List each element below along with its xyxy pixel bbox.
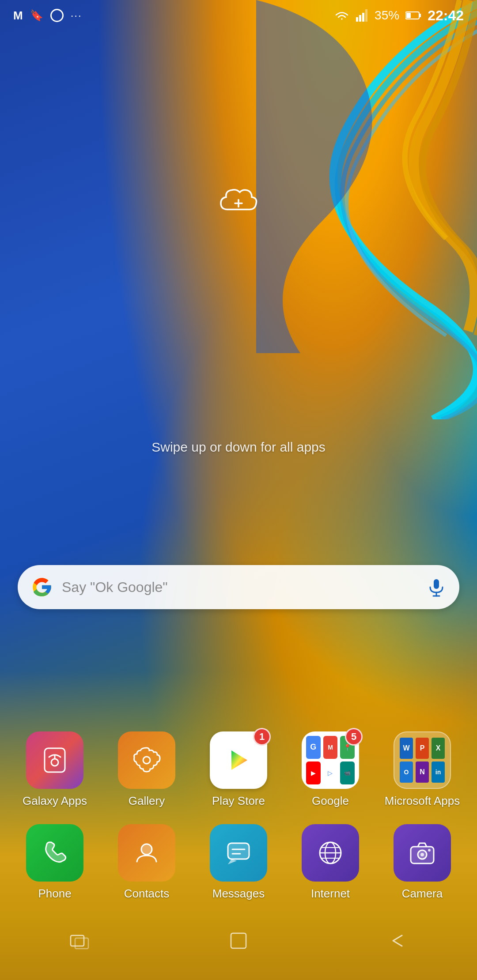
battery-percent: 35% — [375, 8, 399, 23]
phone-svg — [41, 839, 69, 867]
app-google[interactable]: G M 📍 ▶ ▷ 📹 5 Google — [291, 731, 370, 808]
nav-back-button[interactable] — [378, 923, 417, 962]
app-gallery[interactable]: Gallery — [107, 731, 186, 808]
svg-point-15 — [143, 757, 150, 764]
app-microsoft-apps[interactable]: W P X O N in Microsoft Apps — [382, 731, 462, 808]
app-grid: Galaxy Apps Gallery — [0, 731, 477, 812]
camera-icon — [394, 824, 451, 882]
dock-row: Phone Contacts — [9, 824, 468, 901]
signal-icon — [356, 9, 368, 22]
microsoft-apps-label: Microsoft Apps — [385, 794, 460, 808]
messages-label: Messages — [212, 887, 265, 901]
play-store-label: Play Store — [212, 794, 265, 808]
messages-icon-wrapper — [210, 824, 267, 882]
cloud-widget[interactable] — [216, 185, 261, 218]
messages-icon — [210, 824, 267, 882]
play-store-svg — [223, 745, 254, 775]
svg-rect-12 — [45, 748, 65, 772]
google-mini-meet: 📹 — [340, 761, 355, 784]
dock-phone[interactable]: Phone — [15, 824, 95, 901]
dock: Phone Contacts — [0, 824, 477, 905]
ms-word: W — [400, 738, 413, 759]
app-play-store[interactable]: 1 Play Store — [199, 731, 278, 808]
swipe-hint: Swipe up or down for all apps — [0, 440, 477, 455]
google-mini-g: G — [306, 736, 321, 759]
wifi-icon — [334, 9, 350, 22]
svg-rect-31 — [71, 935, 84, 946]
cloud-plus-icon — [216, 185, 261, 216]
play-store-badge: 1 — [253, 728, 271, 746]
phone-icon — [26, 824, 83, 882]
microsoft-folder-icon: W P X O N in — [394, 731, 451, 789]
app-galaxy-apps[interactable]: Galaxy Apps — [15, 731, 95, 808]
search-bar[interactable]: Say "Ok Google" — [18, 565, 459, 609]
mic-icon[interactable] — [427, 577, 446, 597]
recents-icon — [68, 932, 91, 950]
status-left-icons: M 🔖 ··· — [13, 9, 82, 23]
svg-marker-16 — [231, 750, 247, 770]
nav-recents-button[interactable] — [60, 923, 99, 962]
internet-svg — [316, 839, 344, 867]
ms-outlook: O — [400, 761, 413, 783]
phone-label: Phone — [38, 887, 71, 901]
contacts-icon — [118, 824, 175, 882]
svg-point-29 — [420, 853, 424, 856]
svg-point-17 — [141, 844, 152, 855]
svg-rect-2 — [362, 13, 364, 22]
gallery-svg — [131, 744, 163, 776]
svg-rect-3 — [365, 9, 367, 22]
galaxy-apps-icon — [26, 731, 83, 789]
internet-label: Internet — [311, 887, 350, 901]
google-icon-wrapper: G M 📍 ▶ ▷ 📹 5 — [302, 731, 359, 789]
svg-rect-32 — [75, 938, 88, 949]
google-mini-play: ▷ — [323, 761, 338, 784]
internet-icon — [302, 824, 359, 882]
bookmark-icon: 🔖 — [30, 9, 43, 22]
svg-rect-1 — [359, 15, 361, 22]
dock-camera[interactable]: Camera — [382, 824, 462, 901]
gmail-icon: M — [13, 9, 23, 23]
svg-rect-0 — [356, 17, 358, 22]
google-badge: 5 — [345, 728, 363, 746]
svg-rect-9 — [434, 579, 439, 589]
contacts-label: Contacts — [124, 887, 170, 901]
back-icon — [386, 932, 409, 950]
status-bar: M 🔖 ··· 35% 22:42 — [0, 0, 477, 31]
wallpaper-swirl — [256, 0, 477, 419]
status-time: 22:42 — [428, 8, 464, 24]
dock-internet[interactable]: Internet — [291, 824, 370, 901]
svg-rect-6 — [406, 13, 411, 18]
play-store-icon-wrapper: 1 — [210, 731, 267, 789]
dock-contacts[interactable]: Contacts — [107, 824, 186, 901]
internet-icon-wrapper — [302, 824, 359, 882]
svg-point-30 — [428, 849, 431, 852]
more-icon: ··· — [71, 9, 82, 22]
galaxy-apps-svg — [39, 745, 70, 776]
phone-icon-wrapper — [26, 824, 83, 882]
camera-label: Camera — [402, 887, 443, 901]
search-placeholder: Say "Ok Google" — [62, 579, 427, 596]
app-row-1: Galaxy Apps Gallery — [9, 731, 468, 808]
google-mini-youtube: ▶ — [306, 761, 321, 784]
ring-icon — [50, 9, 64, 22]
svg-marker-19 — [228, 859, 237, 864]
ms-onenote: N — [416, 761, 429, 783]
svg-rect-5 — [419, 14, 421, 17]
galaxy-apps-icon-wrapper — [26, 731, 83, 789]
status-right-icons: 35% 22:42 — [334, 8, 464, 24]
svg-point-13 — [51, 759, 58, 766]
dock-messages[interactable]: Messages — [199, 824, 278, 901]
home-icon — [227, 930, 250, 952]
google-logo — [31, 576, 53, 598]
camera-svg — [408, 839, 436, 867]
google-label: Google — [312, 794, 349, 808]
nav-bar — [0, 914, 477, 980]
nav-home-button[interactable] — [219, 921, 258, 965]
svg-rect-18 — [228, 843, 249, 859]
galaxy-apps-label: Galaxy Apps — [23, 794, 87, 808]
svg-rect-33 — [231, 933, 246, 948]
ms-excel: X — [432, 738, 445, 759]
microsoft-icon-wrapper: W P X O N in — [394, 731, 451, 789]
google-mini-gmail: M — [323, 736, 338, 759]
gallery-label: Gallery — [129, 794, 165, 808]
